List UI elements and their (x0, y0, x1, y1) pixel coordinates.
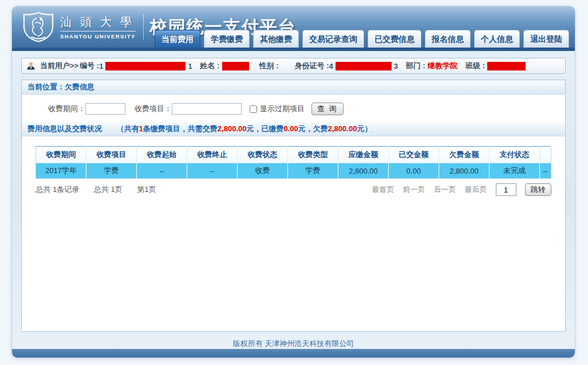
show-expired-checkbox[interactable] (250, 105, 257, 113)
tab-logout[interactable]: 退出登陆 (523, 30, 569, 48)
summary-amount-paid: 0.00 (283, 124, 298, 133)
total-records: 总共 1条记录 (36, 185, 80, 194)
user-info-bar: 当前用户>> 编号 : 1 1 姓名 : 性别 : 身份证号 : 4 3 部门 … (21, 58, 566, 74)
col-fee-end: 收费终止 (187, 147, 238, 163)
cell-amount-due: 2,800.00 (338, 163, 389, 179)
pagination-controls: 最首页 前一页 后一页 最后页 跳转 (372, 183, 551, 196)
cell-amount-owed: 2,800.00 (439, 163, 490, 179)
user-name-redacted (222, 62, 249, 70)
next-page-link[interactable]: 后一页 (434, 185, 456, 195)
current-user-label: 当前用户>> (40, 61, 78, 71)
col-amount-due: 应缴金额 (338, 147, 389, 163)
bottom-bar (12, 349, 575, 358)
person-icon (26, 61, 35, 70)
col-fee-period: 收费期间 (36, 147, 86, 163)
fee-item-input[interactable] (172, 103, 242, 115)
col-amount-paid: 已交金额 (389, 147, 439, 163)
cell-amount-paid: 0.00 (389, 163, 439, 179)
prev-page-link[interactable]: 前一页 (403, 185, 425, 195)
header-banner: 汕 頭 大 學 SHANTOU UNIVERSITY 校园统一支付平台 当前费用… (12, 6, 575, 48)
header-bottom-strip (12, 48, 575, 51)
fee-summary-detail: （共有1条缴费项目，共需交费2,800.00元，已缴费0.00元，欠费2,800… (117, 124, 372, 133)
university-name-cn: 汕 頭 大 學 (60, 14, 136, 30)
col-extra (540, 147, 551, 163)
user-class-label: 班级 : (465, 61, 485, 71)
fee-period-input[interactable] (85, 103, 125, 115)
col-fee-status: 收费状态 (238, 147, 288, 163)
show-expired-label: 显示过期项目 (260, 104, 305, 114)
user-id-label: 编号 : (80, 61, 99, 71)
user-id-prefix: 1 (99, 62, 103, 70)
search-form: 收费期间： 收费项目： 显示过期项目 查 询 (22, 95, 565, 122)
fee-item-label: 收费项目： (135, 104, 172, 114)
cell-fee-start: -- (137, 163, 187, 179)
user-idcard-suffix: 3 (394, 62, 398, 70)
table-header-row: 收费期间 收费项目 收费起始 收费终止 收费状态 收费类型 应缴金额 已交金额 … (36, 147, 551, 163)
university-name-en: SHANTOU UNIVERSITY (60, 33, 136, 40)
fee-summary-title: 费用信息以及交费状况 (27, 124, 102, 133)
content-panel: 当前位置：欠费信息 收费期间： 收费项目： 显示过期项目 查 询 费用信息以及交… (21, 80, 566, 332)
logo-text: 汕 頭 大 學 SHANTOU UNIVERSITY (60, 14, 136, 40)
query-button[interactable]: 查 询 (311, 103, 344, 115)
university-logo-icon (20, 11, 57, 43)
pagination-summary: 总共 1条记录 总共 1页 第1页 (36, 185, 169, 195)
user-dept-label: 部门 : (406, 61, 425, 71)
fee-summary-bar: 费用信息以及交费状况 （共有1条缴费项目，共需交费2,800.00元，已缴费0.… (22, 122, 565, 136)
tab-paid-info[interactable]: 已交费信息 (368, 30, 421, 48)
user-class-redacted (487, 62, 526, 70)
main-container: 汕 頭 大 學 SHANTOU UNIVERSITY 校园统一支付平台 当前费用… (11, 6, 575, 358)
tab-tuition-payment[interactable]: 学费缴费 (204, 30, 250, 48)
breadcrumb: 当前位置：欠费信息 (22, 80, 565, 95)
col-pay-status: 支付状态 (490, 147, 540, 163)
cell-fee-end: -- (187, 163, 238, 179)
col-amount-owed: 欠费金额 (439, 147, 490, 163)
tab-transaction-query[interactable]: 交易记录查询 (302, 30, 364, 48)
tab-other-payment[interactable]: 其他缴费 (253, 30, 299, 48)
cell-pay-status: 未完成 (490, 163, 540, 179)
user-id-redacted (105, 62, 186, 70)
col-fee-start: 收费起始 (137, 147, 187, 163)
user-idcard-redacted (336, 62, 392, 70)
user-idcard-label: 身份证号 : (295, 61, 329, 71)
user-name-label: 姓名 : (200, 61, 220, 71)
copyright-text: 版权所有 天津神州浩天科技有限公司 (12, 339, 575, 349)
summary-item-count: 1 (139, 124, 143, 133)
summary-amount-total: 2,800.00 (218, 124, 247, 133)
last-page-link[interactable]: 最后页 (465, 185, 487, 195)
user-idcard-prefix: 4 (329, 62, 333, 70)
table-row[interactable]: 2017学年 学费 -- -- 收费 学费 2,800.00 0.00 2,80… (36, 163, 551, 179)
summary-amount-owed: 2,800.00 (328, 124, 357, 133)
current-page: 第1页 (137, 185, 156, 194)
tab-current-fees[interactable]: 当前费用 (155, 30, 200, 48)
nav-tabs: 当前费用 学费缴费 其他缴费 交易记录查询 已交费信息 报名信息 个人信息 退出… (155, 30, 569, 48)
col-fee-type: 收费类型 (288, 147, 338, 163)
pagination-bar: 总共 1条记录 总共 1页 第1页 最首页 前一页 后一页 最后页 跳转 (36, 183, 551, 196)
tab-registration-info[interactable]: 报名信息 (425, 30, 471, 48)
cell-fee-type: 学费 (288, 163, 338, 179)
first-page-link[interactable]: 最首页 (372, 185, 394, 195)
user-id-suffix: 1 (188, 62, 192, 70)
jump-button[interactable]: 跳转 (525, 183, 551, 196)
col-fee-item: 收费项目 (86, 147, 137, 163)
cell-fee-period: 2017学年 (36, 163, 86, 179)
logo-divider-line (60, 31, 136, 32)
cell-extra: -- (540, 163, 551, 179)
cell-fee-status: 收费 (238, 163, 288, 179)
user-dept-value: 继教学院 (428, 61, 457, 71)
tab-personal-info[interactable]: 个人信息 (474, 30, 520, 48)
page-number-input[interactable] (496, 183, 516, 196)
header-vertical-divider (143, 14, 144, 40)
fee-period-label: 收费期间： (48, 104, 85, 114)
total-pages: 总共 1页 (94, 185, 123, 194)
fee-table: 收费期间 收费项目 收费起始 收费终止 收费状态 收费类型 应缴金额 已交金额 … (35, 146, 551, 179)
cell-fee-item: 学费 (86, 163, 137, 179)
user-gender-label: 性别 : (259, 61, 279, 71)
